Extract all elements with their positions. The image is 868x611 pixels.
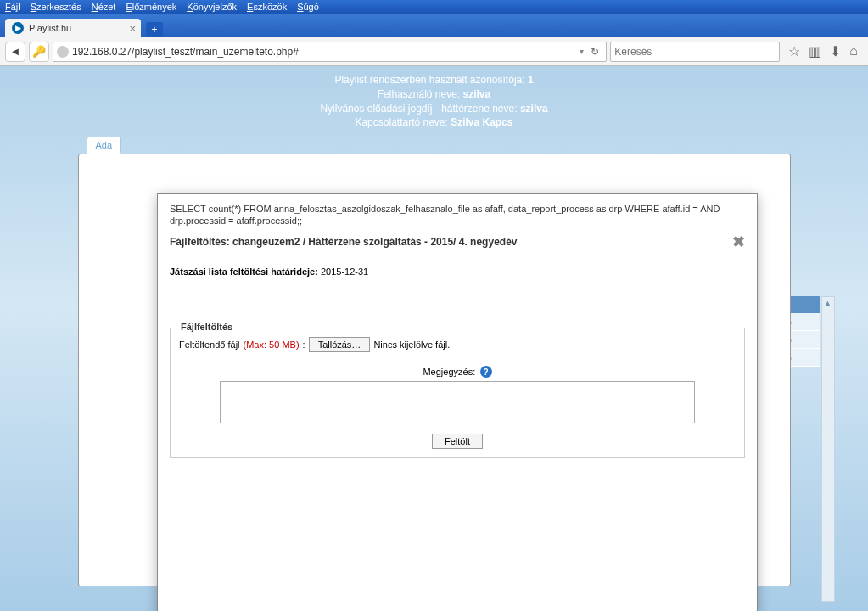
upload-button[interactable]: Feltölt	[432, 434, 483, 449]
new-tab-button[interactable]: +	[146, 22, 163, 37]
file-row: Feltöltendő fájl (Max: 50 MB): Tallózás……	[179, 337, 736, 352]
dialog-close-icon[interactable]: ✖	[732, 233, 745, 251]
no-file-selected: Nincs kijelölve fájl.	[373, 339, 450, 350]
file-max-size: (Max: 50 MB)	[244, 339, 300, 350]
page-body: Playlist rendszerben használt azonosítój…	[0, 66, 868, 609]
menu-item-edit[interactable]: Szerkesztés	[31, 2, 81, 12]
back-button[interactable]: ◄	[5, 42, 25, 62]
favicon-icon: ▶	[12, 22, 24, 34]
fieldset-legend: Fájlfeltöltés	[177, 322, 236, 332]
menu-item-bookmarks[interactable]: Könyvjelzők	[187, 2, 237, 12]
comment-textarea[interactable]	[220, 381, 695, 423]
tab-close-icon[interactable]: ×	[129, 22, 136, 35]
scroll-up-icon[interactable]: ▲	[822, 297, 834, 309]
home-icon[interactable]: ⌂	[849, 43, 858, 59]
content-tab[interactable]: Ada	[87, 137, 122, 154]
dialog-title: Fájlfeltöltés: changeuzem2 / Háttérzene …	[170, 236, 517, 248]
browser-navbar: ◄ 🔑 ▾ ↻ ☆ ▥ ⬇ ⌂	[0, 37, 868, 66]
reload-icon[interactable]: ↻	[587, 46, 602, 58]
toolbar-right: ☆ ▥ ⬇ ⌂	[783, 43, 863, 59]
scrollbar[interactable]: ▲	[821, 296, 835, 602]
comment-label: Megjegyzés:	[423, 367, 475, 377]
browser-tab[interactable]: ▶ Playlist.hu ×	[5, 19, 141, 37]
downloads-icon[interactable]: ⬇	[830, 43, 841, 59]
help-icon[interactable]: ?	[480, 366, 492, 378]
menu-item-history[interactable]: Előzmények	[126, 2, 176, 12]
browser-menubar: Fájl Szerkesztés Nézet Előzmények Könyvj…	[0, 0, 868, 14]
browser-tabbar: ▶ Playlist.hu × +	[0, 14, 868, 37]
url-bar: ▾ ↻	[53, 42, 607, 62]
menu-item-tools[interactable]: Eszközök	[247, 2, 287, 12]
search-bar	[610, 42, 780, 62]
library-icon[interactable]: ▥	[809, 43, 821, 59]
menu-item-view[interactable]: Nézet	[92, 2, 116, 12]
identity-button[interactable]: 🔑	[29, 42, 49, 62]
browse-button[interactable]: Tallózás…	[309, 337, 371, 352]
deadline-row: Játszási lista feltöltési határideje: 20…	[170, 266, 745, 277]
file-label: Feltöltendő fájl	[179, 339, 240, 350]
upload-dialog: SELECT count(*) FROM anna_felosztas_aszo…	[157, 193, 758, 611]
menu-item-file[interactable]: Fájl	[5, 2, 20, 12]
search-input[interactable]	[614, 46, 776, 58]
sql-debug-text: SELECT count(*) FROM anna_felosztas_aszo…	[170, 203, 745, 227]
url-input[interactable]	[72, 46, 576, 58]
globe-icon	[57, 46, 69, 58]
page-header-info: Playlist rendszerben használt azonosítój…	[0, 66, 868, 137]
tab-title: Playlist.hu	[29, 23, 71, 33]
file-upload-fieldset: Fájlfeltöltés Feltöltendő fájl (Max: 50 …	[170, 328, 745, 459]
menu-item-help[interactable]: Súgó	[297, 2, 319, 12]
url-dropdown-icon[interactable]: ▾	[580, 47, 584, 56]
bookmark-star-icon[interactable]: ☆	[788, 43, 800, 59]
